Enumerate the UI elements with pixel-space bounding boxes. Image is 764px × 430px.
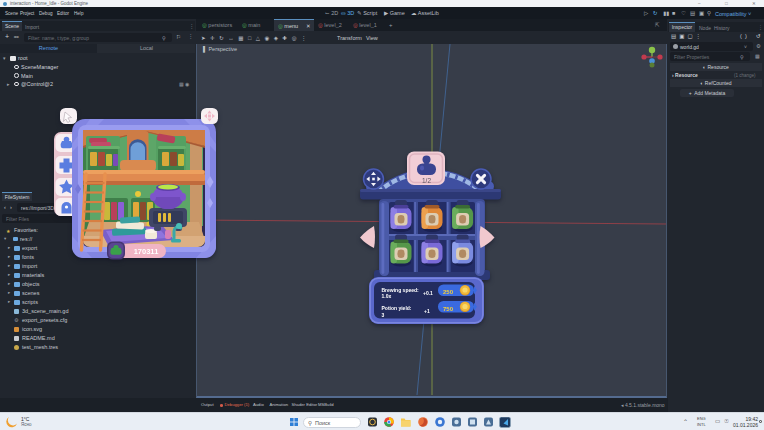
- svg-text:1/2: 1/2: [422, 177, 431, 184]
- svg-text:250: 250: [443, 289, 454, 295]
- svg-text:750: 750: [443, 306, 454, 312]
- svg-text:3: 3: [382, 312, 385, 318]
- svg-text:+0.1: +0.1: [423, 290, 433, 296]
- svg-text:+1: +1: [424, 308, 430, 314]
- svg-text:170311: 170311: [134, 247, 159, 256]
- svg-text:1.0x: 1.0x: [382, 293, 392, 299]
- svg-text:Brewing speed:: Brewing speed:: [382, 287, 420, 293]
- svg-text:Potion yield:: Potion yield:: [382, 305, 412, 311]
